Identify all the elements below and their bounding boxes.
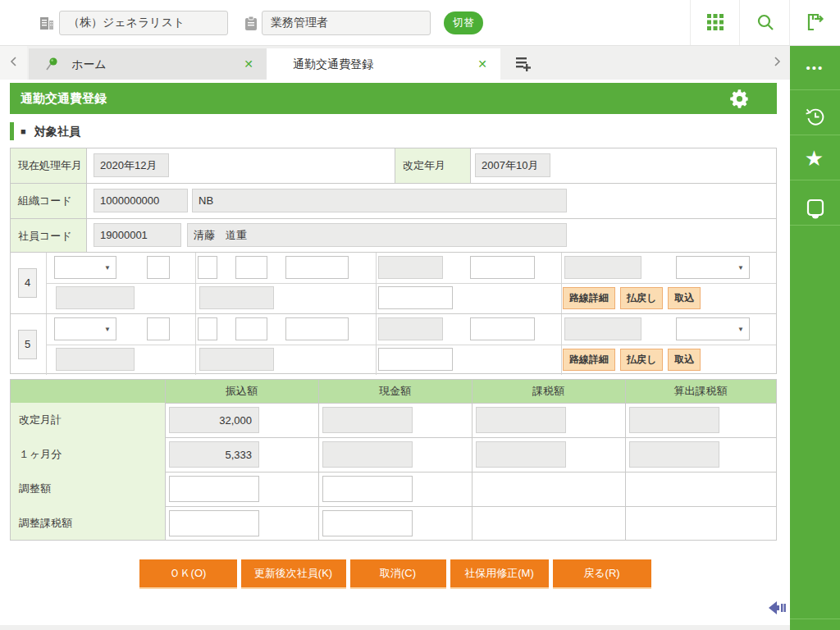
col-divider <box>472 380 472 540</box>
transport-period-select[interactable]: ▼ <box>676 256 750 279</box>
transport-input[interactable] <box>147 256 170 279</box>
transport-readonly-field <box>56 286 135 309</box>
transport-period-select[interactable]: ▼ <box>676 317 750 340</box>
refund-button[interactable]: 払戻し <box>620 287 663 309</box>
social-insurance-edit-button[interactable]: 社保用修正(M) <box>450 559 549 587</box>
transport-input[interactable] <box>285 317 349 340</box>
gear-icon[interactable] <box>728 88 751 110</box>
tab-home[interactable]: ホーム ✕ <box>29 48 267 80</box>
route-detail-button[interactable]: 路線詳細 <box>563 349 615 371</box>
apps-grid-icon[interactable] <box>705 12 726 34</box>
revised-total-taxable-field <box>476 407 566 433</box>
transport-row: 4 ▼ ▼ 路線詳細 払戻し 取込 <box>11 253 776 313</box>
transport-readonly-field <box>378 256 443 279</box>
transport-input[interactable] <box>147 317 170 340</box>
add-tab-icon[interactable] <box>513 52 534 74</box>
adjustment-taxable-transfer-input[interactable] <box>169 510 259 536</box>
transport-readonly-field <box>199 286 274 309</box>
close-icon[interactable]: ✕ <box>240 56 257 72</box>
tab-home-label: ホーム <box>71 48 107 80</box>
adjustment-cash-input[interactable] <box>322 476 413 502</box>
import-button[interactable]: 取込 <box>668 349 701 371</box>
emp-code-field <box>94 223 181 247</box>
revision-month-field <box>475 153 550 177</box>
one-month-taxable-field <box>476 441 566 468</box>
transport-input[interactable] <box>285 256 349 279</box>
one-month-transfer-field <box>169 441 259 468</box>
chevron-down-icon: ▼ <box>737 264 744 272</box>
history-icon[interactable] <box>790 91 840 135</box>
switch-button[interactable]: 切替 <box>444 11 483 34</box>
row-label-revised-monthly-total: 改定月計 <box>11 403 165 437</box>
search-icon[interactable] <box>755 12 776 34</box>
amount-summary-table: 振込額 現金額 課税額 算出課税額 改定月計 １ヶ月分 <box>10 379 777 541</box>
favorites-star-icon[interactable]: ★ <box>790 136 840 180</box>
company-input[interactable] <box>59 11 228 35</box>
row-label-one-month: １ヶ月分 <box>11 437 165 472</box>
transport-input[interactable] <box>378 286 453 309</box>
chevron-right-icon[interactable] <box>763 46 790 80</box>
one-month-calc-taxable-field <box>629 441 719 468</box>
section-title: 対象社員 <box>34 122 80 140</box>
back-button[interactable]: 戻る(R) <box>553 559 651 587</box>
adjustment-taxable-cash-input[interactable] <box>322 510 413 536</box>
employee-info-table: 現在処理年月 改定年月 組織コード 社員コード <box>10 148 777 253</box>
label-revision-month: 改定年月 <box>395 148 471 183</box>
bookmark-panel-icon[interactable] <box>790 181 840 226</box>
transport-input[interactable] <box>198 317 217 340</box>
col-header-calc-taxable: 算出課税額 <box>625 380 776 403</box>
col-header-cash: 現金額 <box>318 380 472 403</box>
transport-readonly-field <box>564 317 641 340</box>
refund-button[interactable]: 払戻し <box>620 349 663 371</box>
close-icon[interactable]: ✕ <box>474 56 491 72</box>
transport-input[interactable] <box>198 256 217 279</box>
transport-input[interactable] <box>378 348 453 371</box>
subrow-divider <box>46 283 776 284</box>
tab-commute-expense[interactable]: 通勤交通費登録 ✕ <box>267 48 500 80</box>
tab-active-label: 通勤交通費登録 <box>293 48 373 80</box>
summary-header-row: 振込額 現金額 課税額 算出課税額 <box>11 380 776 403</box>
import-button[interactable]: 取込 <box>668 287 701 309</box>
chevron-down-icon: ▼ <box>104 264 111 272</box>
footer-actions: ＯＫ(O) 更新後次社員(K) 取消(C) 社保用修正(M) 戻る(R) <box>0 559 790 587</box>
logout-icon[interactable] <box>805 12 826 34</box>
page-title: 通勤交通費登録 <box>21 83 107 114</box>
label-emp-code: 社員コード <box>11 219 87 253</box>
transport-input[interactable] <box>235 256 267 279</box>
collapse-panel-arrow-icon[interactable] <box>766 596 789 619</box>
chevron-left-icon[interactable] <box>0 46 27 80</box>
main-content: 通勤交通費登録 ■ 対象社員 現在処理年月 改定年月 組織コード 社員コ <box>0 80 790 625</box>
role-input[interactable] <box>262 11 431 35</box>
cancel-button[interactable]: 取消(C) <box>350 559 446 587</box>
more-menu-icon[interactable]: ••• <box>790 46 840 90</box>
transport-readonly-field <box>564 256 641 279</box>
transport-input[interactable] <box>235 317 267 340</box>
transport-input[interactable] <box>470 317 535 340</box>
col-divider <box>165 380 166 540</box>
sidebar-divider <box>790 619 840 619</box>
pin-icon <box>43 55 60 73</box>
org-name-field <box>192 189 567 212</box>
clipboard-icon <box>242 14 260 32</box>
transport-input[interactable] <box>470 256 535 279</box>
transport-type-select[interactable]: ▼ <box>54 256 116 279</box>
adjustment-transfer-input[interactable] <box>169 476 259 502</box>
col-divider <box>318 380 319 540</box>
route-detail-button[interactable]: 路線詳細 <box>563 287 615 309</box>
ellipsis-icon: ••• <box>806 46 824 90</box>
org-code-field <box>94 189 188 212</box>
update-next-employee-button[interactable]: 更新後次社員(K) <box>241 559 346 587</box>
transport-type-select[interactable]: ▼ <box>54 317 116 340</box>
ok-button[interactable]: ＯＫ(O) <box>139 559 237 587</box>
row-number: 5 <box>18 330 37 359</box>
revised-total-calc-taxable-field <box>629 407 719 433</box>
col-divider <box>625 380 626 540</box>
page-title-bar: 通勤交通費登録 <box>10 83 777 114</box>
revised-total-transfer-field <box>169 407 259 433</box>
one-month-cash-field <box>322 441 413 468</box>
current-month-field <box>94 153 169 177</box>
revised-total-cash-field <box>322 407 413 433</box>
chevron-down-icon: ▼ <box>737 326 744 333</box>
emp-name-field <box>187 223 567 247</box>
header-divider <box>789 0 790 45</box>
